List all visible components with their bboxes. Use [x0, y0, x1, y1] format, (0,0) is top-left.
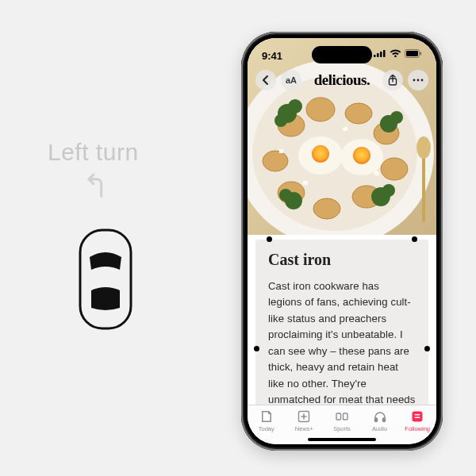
article-title: Cast iron [268, 251, 416, 269]
left-turn-arrow-icon [83, 171, 110, 198]
article-body: Cast iron cookware has legions of fans, … [268, 278, 416, 406]
dynamic-island [312, 46, 372, 63]
share-icon [388, 75, 397, 86]
svg-rect-49 [413, 412, 423, 422]
svg-point-9 [413, 79, 416, 82]
headphones-icon [372, 409, 388, 424]
battery-icon [405, 49, 422, 58]
news-icon [259, 409, 274, 424]
svg-rect-0 [80, 230, 131, 328]
tab-label: Sports [333, 425, 351, 432]
car-top-icon [75, 228, 136, 330]
tab-label: News+ [295, 425, 313, 432]
tab-newsplus[interactable]: News+ [286, 409, 321, 432]
svg-point-26 [288, 99, 302, 113]
svg-rect-50 [415, 414, 420, 416]
left-turn-caption: Left turn [48, 139, 139, 166]
svg-point-20 [381, 158, 408, 180]
selection-handle [254, 346, 259, 351]
svg-point-24 [263, 151, 288, 171]
status-time: 9:41 [262, 45, 282, 62]
screen: 9:41 aA delicious. [248, 38, 436, 444]
svg-point-31 [382, 184, 395, 197]
svg-rect-2 [377, 53, 379, 57]
cellular-icon [374, 49, 386, 57]
iphone-frame: 9:41 aA delicious. [241, 32, 443, 451]
tab-sports[interactable]: Sports [324, 409, 359, 432]
ellipsis-icon [413, 79, 424, 82]
back-button[interactable] [255, 70, 276, 90]
svg-rect-48 [382, 418, 385, 422]
tab-label: Audio [372, 425, 387, 432]
wifi-icon [390, 49, 401, 58]
svg-rect-41 [279, 149, 283, 153]
svg-point-18 [345, 103, 372, 124]
svg-point-33 [279, 189, 292, 202]
svg-rect-4 [383, 50, 386, 57]
svg-rect-51 [415, 417, 420, 419]
tab-audio[interactable]: Audio [363, 409, 397, 432]
selection-handle [412, 236, 417, 242]
svg-point-35 [312, 145, 329, 163]
svg-point-10 [417, 79, 420, 82]
svg-rect-45 [336, 413, 341, 420]
svg-rect-47 [374, 418, 377, 422]
svg-point-22 [313, 198, 340, 219]
newsplus-icon [296, 409, 312, 424]
more-button[interactable] [408, 70, 428, 90]
svg-rect-46 [343, 413, 347, 420]
svg-rect-1 [374, 55, 376, 57]
svg-point-29 [390, 111, 403, 124]
chevron-left-icon [262, 75, 270, 86]
home-indicator [308, 438, 376, 441]
article-nav: aA delicious. [248, 67, 436, 94]
svg-point-17 [306, 98, 335, 121]
selection-handle [424, 346, 430, 351]
share-button[interactable] [382, 70, 403, 90]
sports-icon [334, 409, 350, 424]
svg-point-27 [274, 114, 287, 127]
article-card: Cast iron Cast iron cookware has legions… [255, 240, 428, 406]
publication-brand: delicious. [306, 71, 378, 89]
tab-today[interactable]: Today [249, 409, 284, 432]
svg-point-11 [421, 79, 424, 82]
svg-point-37 [353, 147, 370, 164]
svg-rect-6 [406, 51, 418, 56]
svg-rect-3 [380, 52, 382, 57]
text-format-button[interactable]: aA [281, 70, 301, 90]
tab-following[interactable]: Following [400, 409, 435, 432]
selection-handle [267, 236, 272, 242]
tab-label: Today [259, 425, 274, 432]
svg-rect-7 [420, 52, 422, 55]
svg-point-43 [416, 136, 431, 159]
tab-label: Following [405, 425, 430, 432]
following-icon [409, 409, 425, 424]
